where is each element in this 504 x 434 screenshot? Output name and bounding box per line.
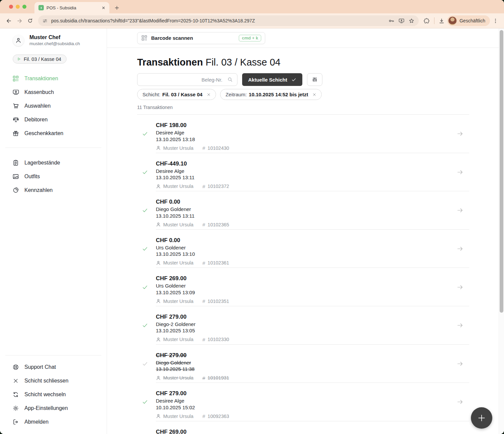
filter-chips: Schicht: Fil. 03 / Kasse 04 Zeitraum: 10… [137,89,469,100]
sidebar-item-debitoren[interactable]: Debitoren [0,113,107,126]
open-transaction-arrow-icon[interactable] [457,399,464,406]
current-shift-filter-button[interactable]: Aktuelle Schicht [242,73,302,86]
shift-filter-chip[interactable]: Schicht: Fil. 03 / Kasse 04 [137,89,216,100]
hash-icon: # [202,222,205,227]
back-button[interactable] [3,15,14,26]
transaction-amount: CHF 279.00 [156,351,469,359]
page-title-context: Fil. 03 / Kasse 04 [206,57,281,68]
filter-options-button[interactable] [307,73,322,86]
main-area: Barcode scannen cmd + k Transaktionen Fi… [107,28,504,434]
close-icon [12,378,19,384]
sidebar-item-app-einstellungen[interactable]: App-Einstellungen [0,401,107,415]
transaction-row[interactable]: CHF 198.00 Desiree Alge 13.10.2025 13:18… [137,115,469,153]
transaction-details: CHF-449.10 Desiree Alge 13.10.2025 13:11… [137,153,469,189]
customer-name: Urs Goldener [156,244,469,251]
transaction-row[interactable]: CHF 0.00 Urs Goldener 13.10.2025 13:10 M… [137,230,469,268]
transaction-amount: CHF 0.00 [156,198,469,206]
scrollbar-track[interactable] [499,28,504,434]
reload-button[interactable] [25,15,35,26]
open-transaction-arrow-icon[interactable] [457,207,464,214]
transaction-row[interactable]: CHF 279.00 Diego-2 Goldener 13.10.2025 1… [137,306,469,345]
transaction-details: CHF 279.00 Diego-2 Goldener 13.10.2025 1… [137,306,469,342]
transaction-details: CHF 0.00 Urs Goldener 13.10.2025 13:10 M… [137,230,469,266]
cart-icon [12,102,19,109]
cashier-name: Muster Ursula [163,260,193,265]
remove-chip-icon[interactable] [312,93,316,97]
receipt-number: 10092363 [208,414,229,419]
transaction-details: CHF 269.00 # [137,421,469,434]
shortcut-badge: cmd + k [239,35,261,41]
close-window-button[interactable] [9,5,13,9]
sidebar-item-schicht-wechseln[interactable]: Schicht wechseln [0,388,107,401]
transaction-amount: CHF 279.00 [156,390,469,397]
remove-chip-icon[interactable] [207,93,211,97]
browser-profile-button[interactable]: Geschäftlich [447,15,490,26]
sidebar-item-transaktionen[interactable]: Transaktionen [0,72,107,85]
search-icon [227,77,233,83]
extensions-puzzle-icon[interactable] [421,15,432,26]
check-icon [291,77,296,82]
barcode-scan-button[interactable]: Barcode scannen cmd + k [137,32,265,44]
sidebar-item-auswahlen[interactable]: Auswahlen [0,99,107,113]
transaction-row[interactable]: CHF 269.00 # [137,421,469,434]
transaction-details: CHF 0.00 Diego Goldener 13.10.2025 13:11… [137,191,469,227]
new-tab-button[interactable] [114,5,120,11]
sidebar-item-support-chat[interactable]: Support Chat [0,360,107,374]
transaction-datetime: 13.10.2025 13:09 [156,289,469,296]
receipt-search-input[interactable] [137,73,237,86]
sidebar-item-label: App-Einstellungen [24,405,68,411]
install-app-icon[interactable] [397,16,407,26]
password-key-icon[interactable] [387,16,397,26]
scrollbar-thumb[interactable] [500,30,503,313]
sidebar-item-kassenbuch[interactable]: Kassenbuch [0,85,107,99]
url-text[interactable]: pos.subsidia.ch/transactions?shiftId="23… [51,18,387,23]
open-transaction-arrow-icon[interactable] [457,284,464,291]
toolbar-divider [434,17,434,24]
forward-button[interactable] [14,15,25,26]
browser-menu-icon[interactable] [490,15,501,26]
transaction-amount: CHF-449.10 [156,160,469,168]
transaction-meta: Muster Ursula # 10102372 [156,184,469,189]
open-transaction-arrow-icon[interactable] [457,169,464,176]
sidebar-item-kennzahlen[interactable]: Kennzahlen [0,183,107,197]
open-transaction-arrow-icon[interactable] [457,130,464,137]
sidebar-item-geschenkkarten[interactable]: Geschenkkarten [0,126,107,140]
transaction-row[interactable]: CHF-449.10 Desiree Alge 13.10.2025 13:11… [137,153,469,192]
transaction-row[interactable]: CHF 279.00 Diego Goldener 13.10.2025 11:… [137,345,469,383]
cashier-name: Muster Ursula [163,414,193,419]
bookmark-star-icon[interactable] [407,16,417,26]
success-check-icon [142,131,148,137]
transaction-row[interactable]: CHF 269.00 Urs Goldener 13.10.2025 13:09… [137,268,469,306]
sidebar-item-abmelden[interactable]: Abmelden [0,415,107,429]
nav-footer: Support Chat Schicht schliessen Schicht … [0,348,107,434]
sidebar-item-outfits[interactable]: Outfits [0,170,107,183]
transaction-meta: Muster Ursula # 10102365 [156,222,469,227]
timerange-filter-chip[interactable]: Zeitraum: 10.10.2025 14:52 bis jetzt [220,89,322,100]
transaction-row[interactable]: CHF 279.00 Desiree Alge 10.10.2025 15:02… [137,383,469,421]
qr-code-icon [12,75,19,82]
chip-value: 10.10.2025 14:52 bis jetzt [249,92,308,97]
add-transaction-fab[interactable] [471,407,492,429]
sidebar-item-lagerbestaende[interactable]: Lagerbestände [0,156,107,170]
sidebar-item-label: Transaktionen [24,76,58,82]
gift-icon [12,130,19,137]
transaction-row[interactable]: CHF 0.00 Diego Goldener 13.10.2025 13:11… [137,191,469,230]
site-info-icon[interactable] [42,18,48,24]
browser-tab[interactable]: POS - Subsidia [34,2,109,13]
open-transaction-arrow-icon[interactable] [457,322,464,329]
open-transaction-arrow-icon[interactable] [457,245,464,252]
transaction-meta: Muster Ursula # 10102330 [156,337,469,342]
scale-icon [12,116,19,123]
chip-value: Fil. 03 / Kasse 04 [162,92,202,97]
sidebar-item-label: Schicht schliessen [24,378,69,384]
tab-close-icon[interactable] [101,5,106,10]
minimize-window-button[interactable] [16,5,20,9]
transaction-datetime: 13.10.2025 13:18 [156,136,469,143]
sidebar-item-schicht-schliessen[interactable]: Schicht schliessen [0,374,107,388]
person-icon [156,299,161,304]
open-transaction-arrow-icon[interactable] [457,360,464,367]
url-bar[interactable]: pos.subsidia.ch/transactions?shiftId="23… [38,15,419,26]
downloads-icon[interactable] [436,15,447,26]
fullscreen-window-button[interactable] [22,5,26,9]
active-shift-badge[interactable]: Fil. 03 / Kasse 04 [13,55,67,64]
